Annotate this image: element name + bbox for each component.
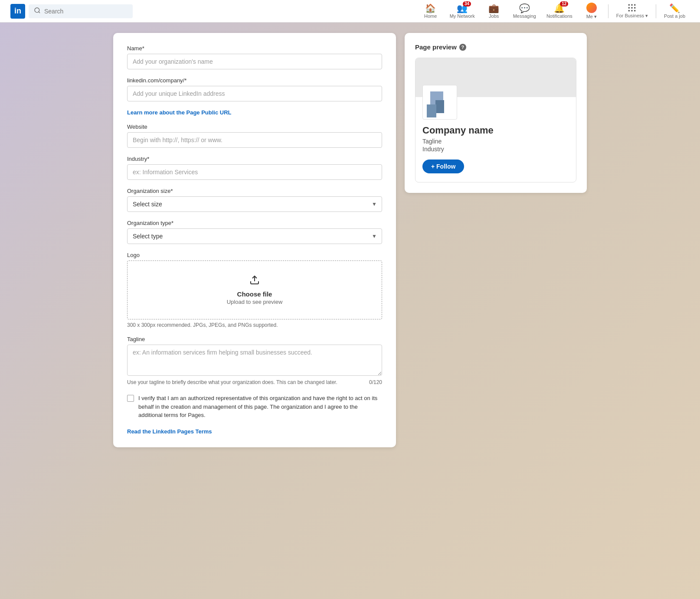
industry-label: Industry* xyxy=(127,156,382,162)
org-size-select[interactable]: Select size 1-10 employees 11-50 employe… xyxy=(127,196,382,212)
search-icon xyxy=(34,7,41,16)
svg-line-1 xyxy=(39,12,40,13)
search-input[interactable] xyxy=(44,8,128,15)
upload-text-main: Choose file xyxy=(141,290,368,298)
svg-rect-10 xyxy=(634,10,635,11)
verify-label: I verify that I am an authorized represe… xyxy=(127,394,382,420)
nav-label-notifications: Notifications xyxy=(546,13,572,19)
org-type-select[interactable]: Select type Public company Self-employed… xyxy=(127,228,382,244)
preview-company-name: Company name xyxy=(422,125,569,136)
svg-rect-4 xyxy=(634,4,635,6)
industry-input[interactable] xyxy=(127,164,382,180)
website-input[interactable] xyxy=(127,132,382,148)
nav-items: 🏠 Home 👥 34 My Network 💼 Jobs 💬 Messagin… xyxy=(418,1,690,21)
svg-rect-5 xyxy=(628,7,630,8)
network-badge: 34 xyxy=(463,1,471,7)
upload-icon xyxy=(141,275,368,288)
avatar xyxy=(586,3,597,13)
verify-section: I verify that I am an authorized represe… xyxy=(127,394,382,420)
org-size-select-wrapper: Select size 1-10 employees 11-50 employe… xyxy=(127,196,382,212)
nav-item-jobs[interactable]: 💼 Jobs xyxy=(481,2,507,20)
nav-label-home: Home xyxy=(424,13,437,19)
form-group-org-type: Organization type* Select type Public co… xyxy=(127,220,382,244)
preview-logo xyxy=(422,85,457,120)
preview-tagline: Tagline xyxy=(422,138,569,145)
nav-label-for-business: For Business ▾ xyxy=(616,13,648,19)
preview-card-body: Company name Tagline Industry + Follow xyxy=(415,97,576,182)
name-label: Name* xyxy=(127,45,382,52)
form-group-website: Website xyxy=(127,124,382,148)
name-input[interactable] xyxy=(127,54,382,69)
logo-upload-area[interactable]: Choose file Upload to see preview xyxy=(127,260,382,319)
logo-label: Logo xyxy=(127,252,382,258)
form-group-org-size: Organization size* Select size 1-10 empl… xyxy=(127,188,382,212)
linkedin-logo[interactable]: in xyxy=(10,4,25,19)
form-group-industry: Industry* xyxy=(127,156,382,180)
form-panel: Name* linkedin.com/company/* Learn more … xyxy=(113,33,396,447)
nav-item-post-job[interactable]: ✏️ Post a job xyxy=(660,2,690,20)
nav-item-my-network[interactable]: 👥 34 My Network xyxy=(445,2,479,20)
nav-label-post-job: Post a job xyxy=(664,13,685,19)
svg-rect-2 xyxy=(628,4,630,6)
svg-rect-8 xyxy=(628,10,630,11)
upload-text-sub: Upload to see preview xyxy=(141,299,368,305)
form-group-url: linkedin.com/company/* xyxy=(127,77,382,101)
preview-title: Page preview ? xyxy=(415,43,576,51)
url-input[interactable] xyxy=(127,86,382,101)
preview-industry: Industry xyxy=(422,146,569,153)
jobs-icon: 💼 xyxy=(488,4,499,13)
network-icon: 👥 34 xyxy=(457,4,468,13)
nav-label-me: Me ▾ xyxy=(586,14,597,20)
notifications-icon: 🔔 12 xyxy=(554,4,565,13)
org-size-label: Organization size* xyxy=(127,188,382,194)
main-content: Name* linkedin.com/company/* Learn more … xyxy=(103,23,597,458)
char-count: 0/120 xyxy=(369,379,382,385)
tagline-footer: Use your tagline to briefly describe wha… xyxy=(127,379,382,385)
tagline-hint: Use your tagline to briefly describe wha… xyxy=(127,379,337,385)
svg-rect-3 xyxy=(631,4,633,6)
svg-point-0 xyxy=(35,8,39,13)
nav-item-home[interactable]: 🏠 Home xyxy=(418,2,444,20)
for-business-icon xyxy=(628,3,636,12)
tagline-label: Tagline xyxy=(127,336,382,342)
notifications-badge: 12 xyxy=(560,1,568,7)
nav-divider-2 xyxy=(656,4,656,18)
navbar: in 🏠 Home 👥 34 My Network 💼 Jobs 💬 Mess xyxy=(0,0,700,23)
nav-label-jobs: Jobs xyxy=(489,13,499,19)
svg-rect-14 xyxy=(427,104,436,117)
form-group-name: Name* xyxy=(127,45,382,69)
messaging-icon: 💬 xyxy=(519,4,530,13)
org-type-label: Organization type* xyxy=(127,220,382,226)
url-label: linkedin.com/company/* xyxy=(127,77,382,84)
svg-rect-7 xyxy=(634,7,635,8)
preview-card: Company name Tagline Industry + Follow xyxy=(415,58,576,182)
nav-divider-1 xyxy=(608,4,608,18)
me-avatar-icon xyxy=(586,3,597,13)
logo-hint: 300 x 300px recommended. JPGs, JPEGs, an… xyxy=(127,322,382,328)
form-group-logo: Logo Choose file Upload to see preview 3… xyxy=(127,252,382,328)
tagline-textarea[interactable] xyxy=(127,345,382,376)
home-icon: 🏠 xyxy=(425,4,436,13)
pages-terms-link[interactable]: Read the LinkedIn Pages Terms xyxy=(127,428,212,435)
search-bar xyxy=(29,4,133,18)
org-type-select-wrapper: Select type Public company Self-employed… xyxy=(127,228,382,244)
learn-more-url-link[interactable]: Learn more about the Page Public URL xyxy=(127,109,382,116)
help-icon[interactable]: ? xyxy=(459,44,466,51)
preview-panel: Page preview ? Company name Tagline Indu… xyxy=(405,33,587,193)
nav-item-notifications[interactable]: 🔔 12 Notifications xyxy=(542,2,577,20)
me-caret-icon: ▾ xyxy=(594,14,597,19)
nav-item-for-business[interactable]: For Business ▾ xyxy=(612,2,652,20)
form-group-tagline: Tagline Use your tagline to briefly desc… xyxy=(127,336,382,385)
nav-item-me[interactable]: Me ▾ xyxy=(579,1,605,21)
preview-title-text: Page preview xyxy=(415,43,457,51)
follow-button[interactable]: + Follow xyxy=(422,160,464,173)
verify-text: I verify that I am an authorized represe… xyxy=(138,394,382,420)
svg-rect-13 xyxy=(435,100,444,113)
verify-checkbox[interactable] xyxy=(127,395,134,402)
nav-label-messaging: Messaging xyxy=(513,13,536,19)
nav-item-messaging[interactable]: 💬 Messaging xyxy=(509,2,540,20)
svg-rect-6 xyxy=(631,7,633,8)
business-caret-icon: ▾ xyxy=(645,13,648,18)
website-label: Website xyxy=(127,124,382,130)
svg-rect-9 xyxy=(631,10,633,11)
